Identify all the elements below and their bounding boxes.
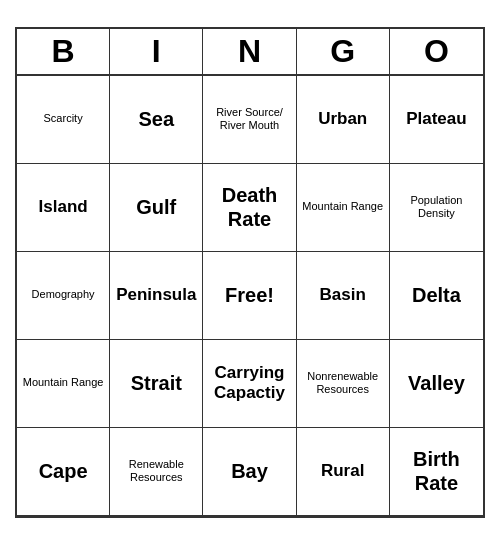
bingo-cell: Island bbox=[17, 164, 110, 252]
bingo-cell: Death Rate bbox=[203, 164, 296, 252]
cell-text: Mountain Range bbox=[23, 376, 104, 389]
cell-text: Sea bbox=[138, 107, 174, 131]
bingo-cell: Population Density bbox=[390, 164, 483, 252]
cell-text: Strait bbox=[131, 371, 182, 395]
cell-text: Renewable Resources bbox=[114, 458, 198, 484]
bingo-cell: Nonrenewable Resources bbox=[297, 340, 390, 428]
header-letter: B bbox=[17, 29, 110, 74]
bingo-cell: Carrying Capactiy bbox=[203, 340, 296, 428]
bingo-cell: Sea bbox=[110, 76, 203, 164]
bingo-cell: Rural bbox=[297, 428, 390, 516]
bingo-cell: Delta bbox=[390, 252, 483, 340]
header-letter: N bbox=[203, 29, 296, 74]
bingo-cell: Urban bbox=[297, 76, 390, 164]
cell-text: Peninsula bbox=[116, 285, 196, 305]
cell-text: Plateau bbox=[406, 109, 466, 129]
header-letter: O bbox=[390, 29, 483, 74]
cell-text: Population Density bbox=[394, 194, 479, 220]
cell-text: Mountain Range bbox=[302, 200, 383, 213]
cell-text: Delta bbox=[412, 283, 461, 307]
cell-text: Bay bbox=[231, 459, 268, 483]
cell-text: Birth Rate bbox=[394, 447, 479, 495]
header-letter: I bbox=[110, 29, 203, 74]
cell-text: Carrying Capactiy bbox=[207, 363, 291, 404]
bingo-cell: Cape bbox=[17, 428, 110, 516]
bingo-cell: Renewable Resources bbox=[110, 428, 203, 516]
cell-text: Valley bbox=[408, 371, 465, 395]
cell-text: Death Rate bbox=[207, 183, 291, 231]
cell-text: Rural bbox=[321, 461, 364, 481]
bingo-cell: Peninsula bbox=[110, 252, 203, 340]
bingo-grid: ScarcitySeaRiver Source/ River MouthUrba… bbox=[17, 76, 483, 516]
bingo-cell: River Source/ River Mouth bbox=[203, 76, 296, 164]
cell-text: Cape bbox=[39, 459, 88, 483]
bingo-cell: Free! bbox=[203, 252, 296, 340]
cell-text: River Source/ River Mouth bbox=[207, 106, 291, 132]
cell-text: Nonrenewable Resources bbox=[301, 370, 385, 396]
bingo-cell: Plateau bbox=[390, 76, 483, 164]
bingo-cell: Scarcity bbox=[17, 76, 110, 164]
bingo-cell: Bay bbox=[203, 428, 296, 516]
bingo-cell: Basin bbox=[297, 252, 390, 340]
bingo-cell: Valley bbox=[390, 340, 483, 428]
bingo-cell: Mountain Range bbox=[17, 340, 110, 428]
bingo-cell: Demography bbox=[17, 252, 110, 340]
bingo-cell: Gulf bbox=[110, 164, 203, 252]
cell-text: Demography bbox=[32, 288, 95, 301]
cell-text: Free! bbox=[225, 283, 274, 307]
cell-text: Gulf bbox=[136, 195, 176, 219]
bingo-cell: Birth Rate bbox=[390, 428, 483, 516]
cell-text: Basin bbox=[320, 285, 366, 305]
bingo-cell: Mountain Range bbox=[297, 164, 390, 252]
bingo-cell: Strait bbox=[110, 340, 203, 428]
header-letter: G bbox=[297, 29, 390, 74]
cell-text: Urban bbox=[318, 109, 367, 129]
bingo-card: BINGO ScarcitySeaRiver Source/ River Mou… bbox=[15, 27, 485, 518]
cell-text: Scarcity bbox=[44, 112, 83, 125]
bingo-header: BINGO bbox=[17, 29, 483, 76]
cell-text: Island bbox=[39, 197, 88, 217]
